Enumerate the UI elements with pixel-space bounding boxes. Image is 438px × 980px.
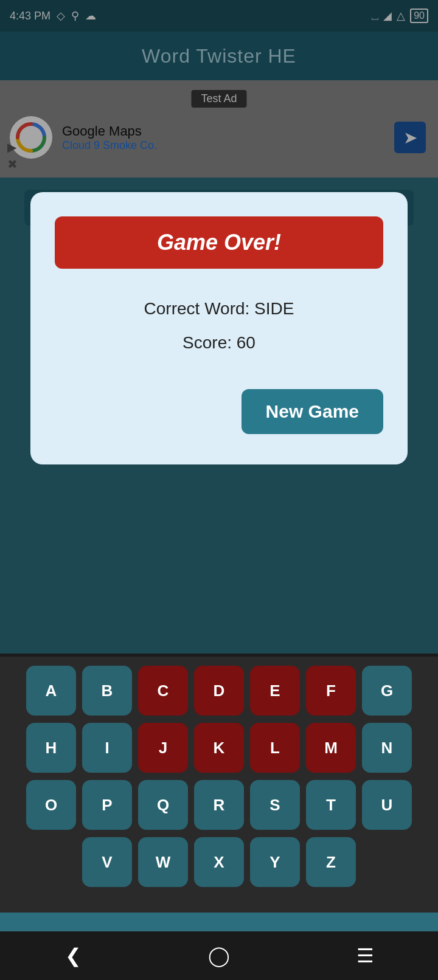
key-J[interactable]: J [138,723,188,773]
back-button[interactable]: ❮ [55,937,91,974]
key-R[interactable]: R [194,780,244,830]
key-X[interactable]: X [194,837,244,887]
game-over-modal: Game Over! Correct Word: SIDE Score: 60 … [30,192,408,464]
key-Q[interactable]: Q [138,780,188,830]
key-T[interactable]: T [306,780,356,830]
correct-word-display: Correct Word: SIDE [144,299,294,319]
key-W[interactable]: W [138,837,188,887]
keyboard-area: A B C D E F G H I J K L M N O P Q R S T … [0,654,438,913]
key-I[interactable]: I [82,723,132,773]
key-A[interactable]: A [26,666,76,716]
modal-overlay: Game Over! Correct Word: SIDE Score: 60 … [0,0,438,657]
home-button[interactable]: ◯ [201,937,237,974]
key-U[interactable]: U [362,780,412,830]
key-Y[interactable]: Y [250,837,300,887]
keyboard-row-3: O P Q R S T U [6,780,432,830]
key-B[interactable]: B [82,666,132,716]
menu-button[interactable]: ☰ [347,937,383,974]
modal-score-display: Score: 60 [182,333,255,353]
keyboard-row-2: H I J K L M N [6,723,432,773]
game-over-banner: Game Over! [55,216,383,269]
nav-bar: ❮ ◯ ☰ [0,931,438,980]
key-O[interactable]: O [26,780,76,830]
key-C[interactable]: C [138,666,188,716]
key-S[interactable]: S [250,780,300,830]
keyboard-row-1: A B C D E F G [6,666,432,716]
key-V[interactable]: V [82,837,132,887]
key-N[interactable]: N [362,723,412,773]
key-D[interactable]: D [194,666,244,716]
new-game-button[interactable]: New Game [242,389,383,434]
key-F[interactable]: F [306,666,356,716]
key-Z[interactable]: Z [306,837,356,887]
key-H[interactable]: H [26,723,76,773]
keyboard-row-4: V W X Y Z [6,837,432,887]
key-L[interactable]: L [250,723,300,773]
key-K[interactable]: K [194,723,244,773]
key-M[interactable]: M [306,723,356,773]
key-P[interactable]: P [82,780,132,830]
key-E[interactable]: E [250,666,300,716]
key-G[interactable]: G [362,666,412,716]
